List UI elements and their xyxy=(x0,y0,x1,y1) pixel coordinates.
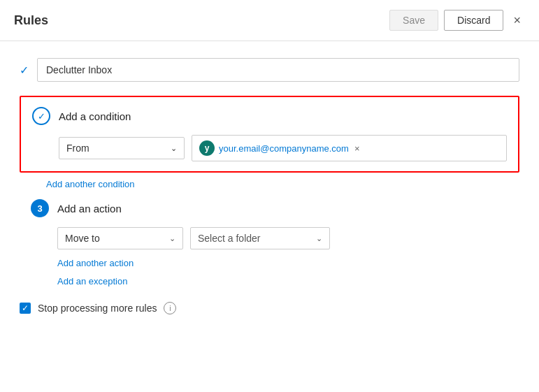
close-button[interactable]: × xyxy=(509,10,525,31)
stop-processing-info-icon[interactable]: i xyxy=(164,302,176,314)
action-move-to-dropdown[interactable]: Move to ⌄ xyxy=(57,227,183,249)
stop-processing-label: Stop processing more rules xyxy=(38,303,157,314)
action-move-to-chevron-icon: ⌄ xyxy=(169,234,175,243)
rule-name-input[interactable] xyxy=(37,58,519,82)
email-text: your.email@companyname.com xyxy=(219,143,349,154)
action-section-header: 3 Add an action xyxy=(31,199,508,217)
add-exception-link[interactable]: Add an exception xyxy=(57,276,127,286)
action-section-title: Add an action xyxy=(57,203,122,215)
email-tag: y your.email@companyname.com × xyxy=(199,140,359,156)
rule-name-row: ✓ xyxy=(20,58,519,82)
add-another-action-link[interactable]: Add another action xyxy=(57,258,508,268)
remove-email-button[interactable]: × xyxy=(354,143,360,154)
select-folder-dropdown[interactable]: Select a folder ⌄ xyxy=(190,227,330,249)
discard-button[interactable]: Discard xyxy=(444,10,503,31)
email-tag-container[interactable]: y your.email@companyname.com × xyxy=(192,135,507,161)
condition-from-label: From xyxy=(66,143,89,154)
header: Rules Save Discard × xyxy=(0,0,539,41)
save-button[interactable]: Save xyxy=(389,10,438,31)
add-another-condition-link[interactable]: Add another condition xyxy=(46,179,134,189)
condition-step-icon: ✓ xyxy=(32,107,50,125)
condition-from-dropdown[interactable]: From ⌄ xyxy=(59,137,185,159)
select-folder-chevron-icon: ⌄ xyxy=(316,234,322,243)
condition-from-chevron-icon: ⌄ xyxy=(171,144,177,153)
stop-processing-row: Stop processing more rules i xyxy=(20,302,519,314)
page-title: Rules xyxy=(14,13,389,28)
stop-processing-checkbox[interactable] xyxy=(20,303,31,314)
condition-section: ✓ Add a condition From ⌄ y your.email@co… xyxy=(20,96,519,173)
action-move-to-label: Move to xyxy=(65,233,100,244)
email-avatar: y xyxy=(199,140,215,156)
content: ✓ ✓ Add a condition From ⌄ y your.em xyxy=(0,41,539,331)
select-folder-placeholder: Select a folder xyxy=(198,233,261,244)
condition-row: From ⌄ y your.email@companyname.com × xyxy=(59,135,507,161)
condition-section-header: ✓ Add a condition xyxy=(32,107,507,125)
rule-name-checkmark-icon: ✓ xyxy=(20,64,29,77)
condition-section-title: Add a condition xyxy=(59,110,131,122)
action-step-number: 3 xyxy=(31,199,49,217)
action-section: 3 Add an action Move to ⌄ Select a folde… xyxy=(20,189,519,296)
header-actions: Save Discard × xyxy=(389,10,525,31)
action-row: Move to ⌄ Select a folder ⌄ xyxy=(57,227,508,249)
